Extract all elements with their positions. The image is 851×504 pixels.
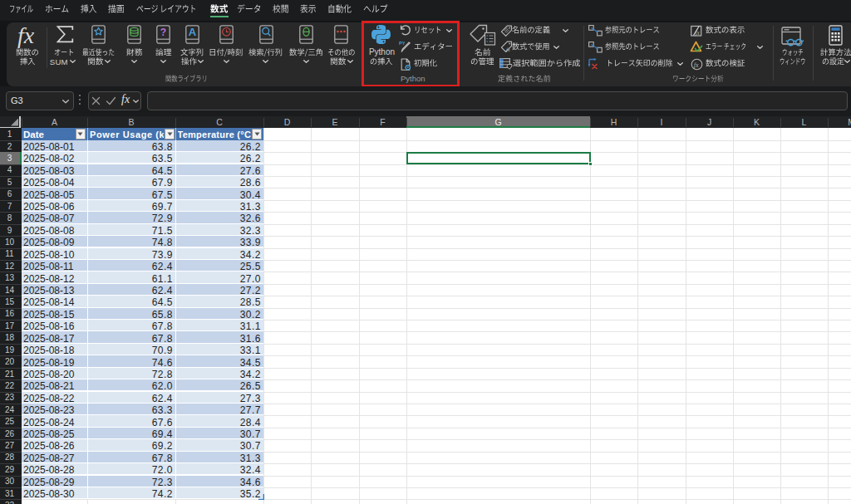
svg-text:fx: fx xyxy=(506,46,510,52)
svg-text:A: A xyxy=(189,26,197,38)
svg-text:?: ? xyxy=(160,27,166,38)
svg-text:fx: fx xyxy=(694,61,699,68)
svg-text:fx: fx xyxy=(696,28,701,36)
